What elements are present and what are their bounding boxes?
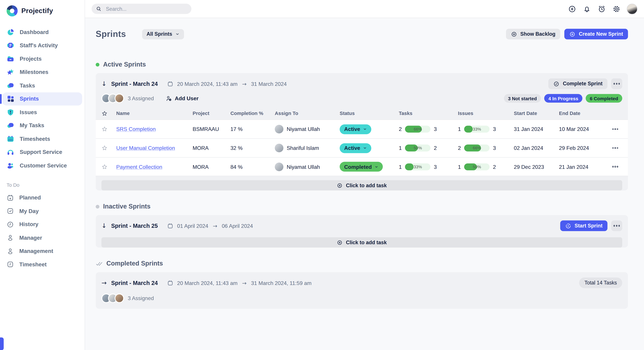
expand-arrow-icon[interactable]: →: [102, 280, 107, 286]
assignee-cell: Niyamat Ullah: [275, 162, 340, 171]
sprint-more-menu[interactable]: [611, 220, 622, 231]
issues-total: 3: [493, 126, 496, 132]
search-input[interactable]: [105, 5, 187, 12]
add-button[interactable]: [568, 4, 576, 13]
issues-total: 3: [493, 145, 496, 151]
favorite-star-icon[interactable]: [102, 145, 116, 151]
sidebar-item-my-tasks[interactable]: My Tasks: [0, 119, 84, 132]
complete-sprint-button[interactable]: Complete Sprint: [548, 78, 608, 89]
sidebar-item-milestones[interactable]: Milestones: [0, 65, 84, 79]
milestones-icon: [6, 68, 14, 76]
end-date-cell: 29 Feb 2024: [559, 145, 612, 151]
check-circle-icon: [554, 81, 560, 87]
add-task-button[interactable]: Click to add task: [102, 180, 622, 190]
sprint-filter-dropdown[interactable]: All Sprints: [142, 29, 184, 39]
status-dropdown[interactable]: Active: [340, 124, 371, 134]
status-dropdown[interactable]: Completed: [340, 162, 383, 172]
assignee-name: Niyamat Ullah: [286, 164, 320, 170]
sprint-name: Sprint - March 24: [111, 280, 158, 286]
sprint-header-row: → Sprint - March 24 20 March 2024, 11:43…: [96, 272, 628, 290]
sidebar-item-timesheet[interactable]: Timesheet: [0, 258, 84, 271]
sidebar-item-label: Timesheet: [19, 261, 46, 268]
sidebar-item-label: Planned: [19, 195, 41, 201]
chevron-down-icon: [363, 127, 367, 131]
sidebar-item-label: Milestones: [20, 69, 48, 75]
tasks-done: 1: [399, 145, 402, 151]
alarm-clock-icon[interactable]: [597, 4, 606, 13]
sidebar-item-label: Sprints: [20, 96, 39, 102]
chevron-down-icon: [375, 165, 378, 168]
tasks-progress-label: 33%: [405, 163, 430, 170]
task-name-link[interactable]: Payment Collection: [116, 164, 193, 170]
tasks-progress-label: 50%: [405, 144, 430, 152]
task-name-link[interactable]: SRS Completion: [116, 126, 193, 132]
notifications-bell-icon[interactable]: [582, 4, 592, 13]
sidebar-item-history[interactable]: History: [0, 218, 84, 231]
sidebar-item-management[interactable]: Management: [0, 244, 84, 258]
add-task-label: Click to add task: [346, 240, 387, 245]
active-indicator: [0, 94, 2, 104]
start-date-cell: 29 Dec 2023: [514, 164, 559, 170]
person-icon: [6, 234, 14, 242]
settings-gear-icon[interactable]: [612, 4, 621, 13]
play-circle-icon: [565, 223, 572, 229]
sidebar-item-tasks[interactable]: Tasks: [0, 79, 84, 92]
sprint-meta-row: 3 Assigned Add User 3 Not started 4 In P…: [96, 91, 628, 105]
search-icon: [96, 6, 102, 11]
start-sprint-button[interactable]: Start Sprint: [560, 220, 608, 231]
sidebar: Projectify Dashboard Staff's Activity Pr…: [0, 0, 85, 350]
issues-progress-label: 66%: [464, 144, 490, 152]
sidebar-item-timesheets[interactable]: Timesheets: [0, 132, 84, 146]
sidebar-item-label: Issues: [20, 109, 37, 115]
sidebar-item-support-service[interactable]: Support Service: [0, 145, 84, 159]
create-new-sprint-button[interactable]: Create New Sprint: [564, 29, 628, 39]
issues-progress-label: 33%: [464, 126, 490, 133]
sidebar-item-staffs-activity[interactable]: Staff's Activity: [0, 39, 84, 52]
section-title: Inactive Sprints: [103, 203, 150, 210]
sidebar-item-label: My Day: [19, 208, 39, 214]
app-title: Projectify: [21, 7, 53, 15]
completion-cell: 32 %: [230, 145, 275, 151]
sidebar-item-label: Customer Service: [20, 162, 67, 169]
collapse-arrow-icon[interactable]: ↓: [102, 81, 107, 87]
favorite-star-icon[interactable]: [102, 126, 116, 132]
sidebar-item-customer-service[interactable]: Customer Service: [0, 159, 84, 172]
app-root: Projectify Dashboard Staff's Activity Pr…: [0, 0, 644, 350]
sidebar-item-projects[interactable]: Projects: [0, 52, 84, 65]
tasks-progress-bar: 66%: [405, 126, 430, 133]
user-avatar[interactable]: [627, 3, 638, 14]
row-more-menu[interactable]: [612, 166, 622, 167]
sidebar-item-my-day[interactable]: My Day: [0, 205, 84, 218]
task-name-link[interactable]: User Manual Completion: [116, 145, 193, 151]
inactive-sprints-header: Inactive Sprints: [96, 202, 628, 211]
sidebar-item-issues[interactable]: Issues: [0, 105, 84, 119]
sidebar-item-dashboard[interactable]: Dashboard: [0, 25, 84, 39]
sidebar-item-planned[interactable]: Planned: [0, 191, 84, 205]
sidebar-item-manager[interactable]: Manager: [0, 231, 84, 245]
issues-done: 1: [458, 126, 461, 132]
customer-service-icon: [6, 162, 14, 169]
task-table-header: Name Project Completion % Assign To Stat…: [96, 107, 628, 119]
start-sprint-label: Start Sprint: [574, 223, 602, 229]
add-user-button[interactable]: Add User: [163, 94, 201, 102]
show-backlog-button[interactable]: Show Backlog: [506, 29, 560, 39]
status-dropdown[interactable]: Active: [340, 143, 371, 153]
chevron-down-icon: [363, 146, 367, 150]
collapse-arrow-icon[interactable]: ↓: [102, 223, 107, 229]
project-cell: BSMRAAU: [193, 126, 230, 132]
completion-cell: 17 %: [230, 126, 275, 132]
favorite-star-icon[interactable]: [102, 164, 116, 170]
assigned-avatars: [102, 93, 124, 103]
sprint-more-menu[interactable]: [611, 78, 622, 89]
row-more-menu[interactable]: [612, 128, 622, 130]
check-square-icon: [6, 207, 14, 215]
sidebar-item-sprints[interactable]: Sprints: [2, 92, 82, 106]
date-range-arrow-icon: →: [213, 223, 217, 229]
assigned-avatars: [102, 294, 124, 303]
row-more-menu[interactable]: [612, 147, 622, 149]
badge-completed: 6 Completed: [586, 94, 622, 103]
double-check-icon: [96, 260, 103, 267]
calendar-icon: [167, 81, 174, 87]
add-task-button[interactable]: Click to add task: [102, 237, 622, 248]
total-tasks-badge: Total 14 Tasks: [579, 278, 622, 288]
